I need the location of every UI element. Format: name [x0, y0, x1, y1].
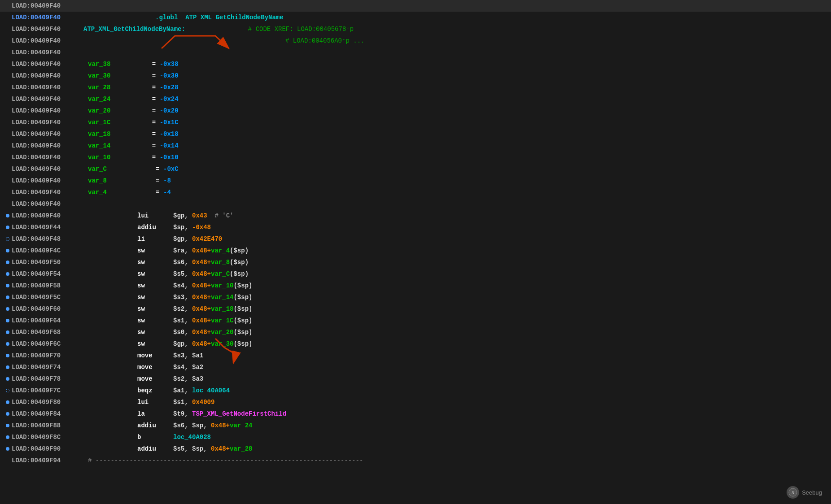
- dot-col: [4, 295, 12, 299]
- dot-col: [4, 424, 12, 427]
- breakpoint-dot[interactable]: [6, 226, 9, 229]
- code-line-var4: LOAD:00409F40 var_4 = -4: [0, 187, 831, 198]
- operands: $s4, 0x48+var_10($sp): [173, 282, 252, 289]
- code-line-sw-ra: LOAD:00409F4C sw $ra, 0x48+var_4($sp): [0, 245, 831, 256]
- dot-col: [4, 319, 12, 322]
- code-line-move-s2: LOAD:00409F78 move $s2, $a3: [0, 373, 831, 385]
- breakpoint-dot[interactable]: [6, 307, 9, 311]
- address: LOAD:00409F4C: [12, 247, 83, 254]
- dot-col: [4, 354, 12, 357]
- address: LOAD:00409F84: [12, 410, 83, 417]
- dot-col: [4, 412, 12, 416]
- address-blue: LOAD:00409F40: [12, 14, 83, 21]
- code-line-sw-s2: LOAD:00409F60 sw $s2, 0x48+var_18($sp): [0, 303, 831, 315]
- code-line-move-s3: LOAD:00409F70 move $s3, $a1: [0, 350, 831, 361]
- var-name: var_10 = -0x10: [88, 154, 179, 161]
- dot-col: [4, 447, 12, 451]
- breakpoint-dot[interactable]: [6, 272, 9, 276]
- dot-col: [4, 389, 12, 392]
- code-line-li-gp: LOAD:00409F48 li $gp, 0x42E470: [0, 233, 831, 245]
- xref-comment: # CODE XREF: LOAD:00405678↑p: [248, 26, 354, 33]
- instruction: addiu: [137, 224, 173, 231]
- instruction: sw: [137, 270, 173, 278]
- breakpoint-dot[interactable]: [6, 412, 9, 416]
- code-line-sw-s5: LOAD:00409F54 sw $s5, 0x48+var_C($sp): [0, 268, 831, 280]
- code-line-varC: LOAD:00409F40 var_C = -0xC: [0, 163, 831, 175]
- code-line-sw-s0: LOAD:00409F68 sw $s0, 0x48+var_20($sp): [0, 326, 831, 338]
- breakpoint-dot[interactable]: [6, 447, 9, 451]
- instruction: sw: [137, 247, 173, 254]
- dot-col: [4, 330, 12, 334]
- code-line-addiu-s6: LOAD:00409F88 addiu $s6, $sp, 0x48+var_2…: [0, 420, 831, 431]
- address: LOAD:00409F40: [12, 142, 83, 149]
- var-name: var_4 = -4: [88, 189, 171, 196]
- instruction: la: [137, 410, 173, 417]
- breakpoint-dot[interactable]: [6, 354, 9, 357]
- separator-comment: # --------------------------------------…: [88, 457, 363, 464]
- code-line-sw-gp: LOAD:00409F6C sw $gp, 0x48+var_30($sp): [0, 338, 831, 350]
- breakpoint-dot-dashed[interactable]: [6, 237, 9, 241]
- breakpoint-dot[interactable]: [6, 435, 9, 439]
- code-line-var8: LOAD:00409F40 var_8 = -8: [0, 175, 831, 187]
- breakpoint-dot[interactable]: [6, 377, 9, 381]
- operands: $s2, $a3: [173, 375, 203, 382]
- instruction: li: [137, 235, 173, 243]
- dot-col: [4, 214, 12, 217]
- address: LOAD:00409F40: [12, 119, 83, 126]
- breakpoint-dot[interactable]: [6, 330, 9, 334]
- instruction: sw: [137, 317, 173, 324]
- address: LOAD:00409F40: [12, 61, 83, 68]
- code-line-var14: LOAD:00409F40 var_14 = -0x14: [0, 140, 831, 152]
- address: LOAD:00409F40: [12, 37, 83, 44]
- var-name: var_8 = -8: [88, 177, 171, 184]
- breakpoint-dot[interactable]: [6, 365, 9, 369]
- address: LOAD:00409F40: [12, 96, 83, 103]
- operands: $sp, -0x48: [173, 224, 211, 231]
- code-line-empty: LOAD:00409F40: [0, 47, 831, 58]
- address: LOAD:00409F70: [12, 352, 83, 359]
- seebug-icon: S: [787, 486, 799, 499]
- address: LOAD:00409F40: [12, 165, 83, 173]
- instruction: sw: [137, 305, 173, 313]
- code-line-globl: LOAD:00409F40 .globl ATP_XML_GetChildNod…: [0, 12, 831, 23]
- breakpoint-dot[interactable]: [6, 261, 9, 264]
- code-line-var24: LOAD:00409F40 var_24 = -0x24: [0, 93, 831, 105]
- code-line-la-t9: LOAD:00409F84 la $t9, TSP_XML_GetNodeFir…: [0, 408, 831, 420]
- instruction: lui: [137, 399, 173, 406]
- address: LOAD:00409F68: [12, 329, 83, 336]
- breakpoint-dot[interactable]: [6, 284, 9, 287]
- operands: $a1, loc_40A064: [173, 387, 230, 394]
- address: LOAD:00409F40: [12, 177, 83, 184]
- address: LOAD:00409F40: [12, 26, 83, 33]
- operands: $s1, 0x4009: [173, 399, 214, 406]
- operands: $s2, 0x48+var_18($sp): [173, 305, 252, 313]
- operands: $gp, 0x43 # 'C': [173, 212, 233, 219]
- breakpoint-dot[interactable]: [6, 319, 9, 322]
- var-name: var_38 = -0x38: [88, 61, 179, 68]
- address: LOAD:00409F78: [12, 375, 83, 382]
- address: LOAD:00409F40: [12, 107, 83, 114]
- code-container: LOAD:00409F40 LOAD:00409F40 .globl ATP_X…: [0, 0, 831, 504]
- breakpoint-dot[interactable]: [6, 295, 9, 299]
- breakpoint-dot[interactable]: [6, 214, 9, 217]
- address: LOAD:00409F8C: [12, 434, 83, 441]
- dot-col: [4, 400, 12, 404]
- code-line-var20: LOAD:00409F40 var_20 = -0x20: [0, 105, 831, 117]
- code-line-var1C: LOAD:00409F40 var_1C = -0x1C: [0, 117, 831, 128]
- var-name: var_28 = -0x28: [88, 84, 179, 91]
- address: LOAD:00409F74: [12, 364, 83, 371]
- dot-col: [4, 365, 12, 369]
- code-line-separator: LOAD:00409F94 # ------------------------…: [0, 455, 831, 466]
- dot-col: [4, 272, 12, 276]
- operands: loc_40A028: [173, 434, 211, 441]
- address: LOAD:00409F54: [12, 270, 83, 278]
- breakpoint-dot[interactable]: [6, 424, 9, 427]
- breakpoint-dot[interactable]: [6, 249, 9, 252]
- breakpoint-dot[interactable]: [6, 400, 9, 404]
- code-line: LOAD:00409F40: [0, 0, 831, 12]
- address: LOAD:00409F7C: [12, 387, 83, 394]
- breakpoint-dot[interactable]: [6, 342, 9, 346]
- code-line-move-s4: LOAD:00409F74 move $s4, $a2: [0, 361, 831, 373]
- breakpoint-dot-dashed[interactable]: [6, 389, 9, 392]
- function-label: ATP_XML_GetChildNodeByName:: [83, 26, 185, 33]
